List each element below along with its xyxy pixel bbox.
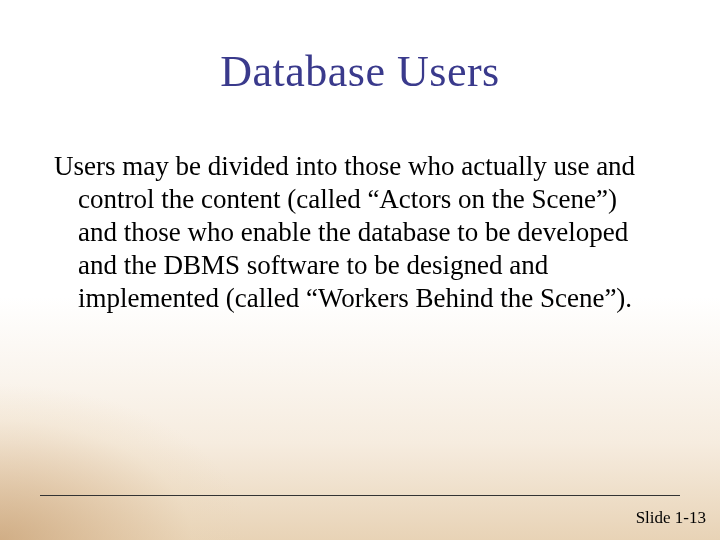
slide-title: Database Users — [0, 46, 720, 97]
footer-divider — [40, 495, 680, 496]
slide-body: Users may be divided into those who actu… — [54, 150, 644, 315]
body-paragraph: Users may be divided into those who actu… — [54, 150, 644, 315]
slide: Database Users Users may be divided into… — [0, 0, 720, 540]
slide-number: Slide 1-13 — [636, 508, 706, 528]
